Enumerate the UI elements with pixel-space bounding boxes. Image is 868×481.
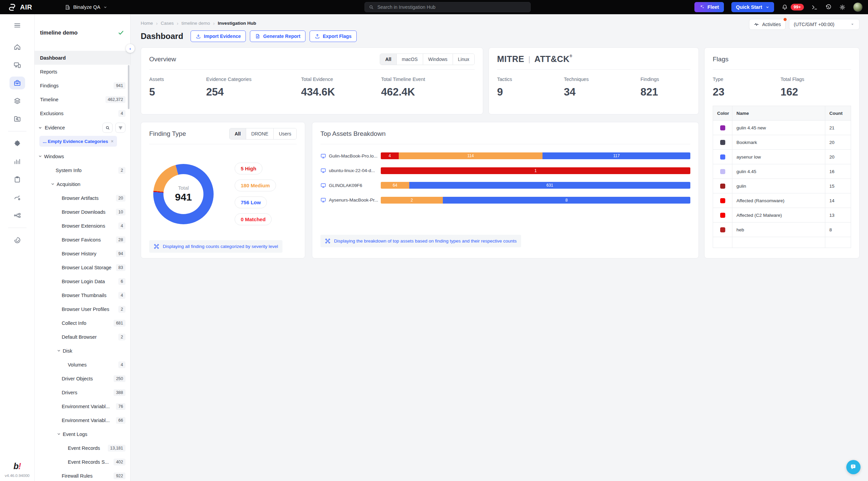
rail-item-swirl[interactable] [9, 234, 25, 247]
evidence-section-toggle[interactable]: Evidence [38, 125, 65, 130]
evidence-search-button[interactable] [102, 123, 113, 133]
chip-close-icon[interactable]: × [111, 139, 114, 144]
activities-button[interactable]: Activities [749, 19, 786, 30]
evidence-tree-item[interactable]: Browser Favicons28 [35, 233, 130, 247]
breadcrumb-item[interactable]: Home [141, 21, 153, 26]
evidence-filter-button[interactable] [115, 123, 125, 133]
sidebar-item-findings[interactable]: Findings941 [35, 79, 130, 92]
rail-item-home[interactable] [9, 41, 25, 54]
tab-overview-all[interactable]: All [380, 54, 396, 65]
evidence-tree-item[interactable]: Browser Artifacts20 [35, 191, 130, 205]
bell-icon[interactable] [782, 4, 788, 11]
rail-item-puzzle[interactable] [9, 137, 25, 150]
rail-item-route[interactable] [9, 191, 25, 204]
quick-start-button[interactable]: Quick Start [731, 2, 774, 12]
evidence-tree-item[interactable]: Environment Variabl...66 [35, 413, 130, 427]
evidence-tree-item[interactable]: Volumes4 [35, 358, 130, 372]
tab-finding-drone[interactable]: DRONE [246, 128, 274, 139]
evidence-filter-chip[interactable]: ... Empty Evidence Categories × [39, 136, 117, 147]
flags-table-row[interactable]: Affected (C2 Malware)13 [713, 208, 851, 222]
sidebar-item-timeline[interactable]: Timeline462,372 [35, 92, 130, 106]
evidence-tree-item[interactable]: Browser Login Data6 [35, 274, 130, 288]
flags-table-row[interactable]: gulin15 [713, 179, 851, 193]
organization-switcher[interactable]: Binalyze QA [65, 4, 107, 10]
evidence-tree-item[interactable]: Drivers388 [35, 385, 130, 399]
search-input[interactable] [377, 4, 527, 10]
flags-table-row[interactable]: heb8 [713, 222, 851, 237]
tab-overview-windows[interactable]: Windows [423, 54, 453, 65]
rail-item-folder-search[interactable] [9, 112, 25, 125]
evidence-tree-item[interactable]: Browser Downloads10 [35, 205, 130, 219]
sidebar-item-reports[interactable]: Reports [35, 65, 130, 79]
tab-finding-all[interactable]: All [230, 128, 246, 139]
flag-name-cell: gulin 4.45 [732, 164, 825, 179]
evidence-tree-item[interactable]: Event Records S...402 [35, 455, 130, 469]
evidence-tree-item[interactable]: Default Browser2 [35, 330, 130, 344]
history-icon[interactable] [825, 4, 832, 11]
bar-segment[interactable]: 2 [381, 197, 443, 204]
severity-pill-medium: 180 Medium [235, 180, 276, 191]
stat-value: 254 [206, 86, 301, 98]
breadcrumb-item[interactable]: Cases [161, 21, 174, 26]
generate-report-button[interactable]: Generate Report [250, 30, 305, 42]
evidence-tree-item[interactable]: Disk [35, 344, 130, 358]
rail-item-briefcase[interactable] [9, 77, 25, 89]
user-avatar[interactable] [853, 2, 863, 12]
evidence-tree-item[interactable]: Browser User Profiles2 [35, 302, 130, 316]
help-chat-button[interactable]: ? [846, 460, 861, 474]
flags-table-row[interactable]: aysenur low20 [713, 149, 851, 164]
tab-overview-linux[interactable]: Linux [453, 54, 474, 65]
bar-segment[interactable]: 64 [381, 182, 409, 189]
evidence-tree-item[interactable]: Browser History94 [35, 247, 130, 260]
stat-label: Evidence Categories [206, 77, 301, 82]
rail-item-bar-chart[interactable] [9, 155, 25, 168]
rail-item-layers[interactable] [9, 95, 25, 107]
flag-count-cell: 20 [825, 135, 851, 149]
evidence-tree-label: Drivers [62, 390, 111, 395]
evidence-tree-item[interactable]: Environment Variabl...76 [35, 399, 130, 413]
tab-finding-users[interactable]: Users [273, 128, 296, 139]
sidebar-item-exclusions[interactable]: Exclusions4 [35, 106, 130, 120]
evidence-tree-item[interactable]: Event Records13,181 [35, 441, 130, 455]
sidebar-item-dashboard[interactable]: Dashboard [35, 51, 130, 65]
flags-table-row[interactable]: Affected (Ransomware)14 [713, 193, 851, 208]
rail-item-clipboard[interactable] [9, 173, 25, 186]
evidence-tree-item[interactable]: Browser Thumbnails4 [35, 288, 130, 302]
bar-segment[interactable]: 114 [399, 152, 543, 159]
sidebar-scrollbar[interactable] [128, 65, 130, 109]
case-nav: DashboardReportsFindings941Timeline462,3… [35, 51, 130, 120]
bar-segment[interactable]: 4 [381, 152, 399, 159]
notification-count-badge[interactable]: 99+ [791, 4, 804, 11]
evidence-tree-item[interactable]: Event Logs [35, 427, 130, 441]
timezone-select[interactable]: (UTC/GMT +00:00) [789, 19, 860, 30]
evidence-tree-item[interactable]: Firewall Rules922 [35, 469, 130, 481]
terminal-icon[interactable] [811, 4, 818, 11]
flag-name-cell: Affected (C2 Malware) [732, 208, 825, 222]
tab-overview-macos[interactable]: macOS [396, 54, 423, 65]
evidence-tree-item[interactable]: Driver Objects250 [35, 372, 130, 385]
evidence-tree-item[interactable]: Windows [35, 149, 130, 163]
evidence-tree-item[interactable]: Collect Info681 [35, 316, 130, 330]
breadcrumb-item[interactable]: timeline demo [181, 21, 210, 26]
rail-item-menu[interactable] [9, 19, 25, 32]
bar-segment[interactable]: 631 [409, 182, 690, 189]
import-evidence-button[interactable]: Import Evidence [191, 30, 246, 42]
rail-item-devices[interactable] [9, 59, 25, 71]
flags-table-row[interactable]: Bookmark20 [713, 135, 851, 149]
bar-segment[interactable]: 117 [542, 152, 690, 159]
fleet-button[interactable]: Fleet [694, 2, 724, 12]
evidence-tree-item[interactable]: Browser Extensions4 [35, 219, 130, 233]
global-search[interactable] [364, 2, 531, 12]
flags-table-row[interactable]: gulin 4.45 new21 [713, 120, 851, 135]
evidence-tree-item[interactable]: Acquisition [35, 177, 130, 191]
export-flags-button[interactable]: Export Flags [310, 30, 357, 42]
gear-icon[interactable] [839, 4, 846, 11]
bar-segment[interactable]: 8 [443, 197, 690, 204]
evidence-tree-item[interactable]: Browser Local Storage83 [35, 260, 130, 274]
bar-segment[interactable]: 1 [381, 167, 690, 174]
evidence-tree-item[interactable]: System Info2 [35, 163, 130, 177]
finding-severity-donut-chart[interactable]: Total 941 [153, 164, 214, 224]
sidebar-collapse-button[interactable]: ‹ [126, 44, 135, 53]
rail-item-workflow[interactable] [9, 209, 25, 222]
flags-table-row[interactable]: gulin 4.4516 [713, 164, 851, 179]
